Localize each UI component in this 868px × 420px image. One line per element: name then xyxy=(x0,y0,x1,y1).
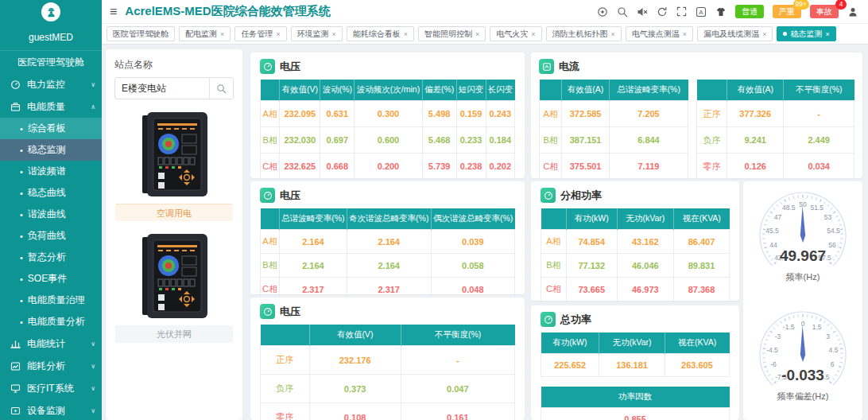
table-row: C相375.5017.119 xyxy=(540,154,688,180)
font-size-icon[interactable]: A xyxy=(696,6,707,18)
tab-close-icon[interactable]: × xyxy=(404,30,408,38)
table-cell: 0.238 xyxy=(456,154,486,180)
table-cell: 387.151 xyxy=(562,127,610,154)
tab-4[interactable]: 环境监测× xyxy=(291,26,343,41)
column-header xyxy=(540,80,562,101)
sidebar-subitem-label: 谐波频谱 xyxy=(28,165,66,178)
alarm-badge-accident[interactable]: 事故4 xyxy=(810,5,839,18)
alarm-badge-normal[interactable]: 普通 xyxy=(735,5,764,18)
sidebar-item-能耗分析[interactable]: 能耗分析∨ xyxy=(0,355,102,377)
sidebar-subitem-电能质量治理[interactable]: •电能质量治理 xyxy=(0,290,102,311)
sidebar-subitem-负荷曲线[interactable]: •负荷曲线 xyxy=(0,225,102,247)
phase-power-panel-title: 分相功率 xyxy=(560,189,602,203)
sidebar-item-医疗IT系统[interactable]: 医疗IT系统∨ xyxy=(0,377,102,399)
menu-toggle-icon[interactable]: ≡ xyxy=(110,6,117,18)
table-cell: 5.739 xyxy=(422,154,456,180)
tab-10[interactable]: 漏电及线缆测温× xyxy=(697,26,773,41)
tab-11[interactable]: 稳态监测× xyxy=(777,26,835,41)
tab-close-icon[interactable]: × xyxy=(475,30,479,38)
tab-close-icon[interactable]: × xyxy=(276,30,280,38)
mute-icon[interactable] xyxy=(637,6,648,18)
voltage-sequence-card-icon xyxy=(260,304,275,319)
target-icon[interactable] xyxy=(597,6,608,18)
table-cell: - xyxy=(401,346,514,375)
sidebar-subitem-稳态监测[interactable]: •稳态监测 xyxy=(0,139,102,161)
tab-close-icon[interactable]: × xyxy=(531,30,535,38)
sidebar-item-电力监控[interactable]: 电力监控∨ xyxy=(0,73,102,95)
table-row: B相232.0300.6970.6005.4680.2330.184 xyxy=(261,127,515,154)
sidebar-item-电能质量[interactable]: 电能质量∧ xyxy=(0,95,102,118)
tab-2[interactable]: 配电监测× xyxy=(179,26,231,41)
refresh-icon[interactable] xyxy=(657,6,668,18)
tab-6[interactable]: 智能照明控制× xyxy=(418,26,486,41)
tab-close-icon[interactable]: × xyxy=(825,30,829,38)
row-label: 正序 xyxy=(261,346,310,375)
alarm-badge-severe[interactable]: 严重99+ xyxy=(773,5,801,18)
table-row: 零序0.1080.161 xyxy=(261,403,515,420)
table-cell: 0.243 xyxy=(486,101,515,127)
table-cell: 0.159 xyxy=(456,101,486,127)
column-header: 波动频次(次/min) xyxy=(355,80,422,101)
voltage-harmonic-card-icon xyxy=(260,188,275,203)
station-panel: 站点名称 空调用电光伏并网 xyxy=(106,49,242,420)
svg-text:-1.5: -1.5 xyxy=(783,323,795,331)
row-label: C相 xyxy=(540,154,562,180)
sidebar-subitem-label: 综合看板 xyxy=(28,122,66,135)
fullscreen-icon[interactable] xyxy=(676,6,687,17)
tab-1[interactable]: 医院管理驾驶舱 xyxy=(107,26,175,41)
sidebar-subitem-谐波曲线[interactable]: •谐波曲线 xyxy=(0,204,102,225)
sidebar-username: guestMED xyxy=(0,24,102,51)
phase-power-card-icon xyxy=(541,188,556,203)
active-tab-dot xyxy=(783,32,787,36)
user-icon[interactable] xyxy=(847,6,858,18)
sidebar-item-设备监测[interactable]: 设备监测∨ xyxy=(0,399,102,420)
column-header: 有效值(A) xyxy=(727,80,784,101)
device-image[interactable] xyxy=(136,232,212,321)
theme-icon[interactable] xyxy=(715,6,727,18)
table-row: B相2.1642.1640.058 xyxy=(261,254,515,278)
sidebar-subitem-SOE事件[interactable]: •SOE事件 xyxy=(0,268,102,290)
tab-close-icon[interactable]: × xyxy=(683,30,687,38)
sidebar-item-医院管理驾驶舱[interactable]: 医院管理驾驶舱 xyxy=(0,51,102,73)
tab-7[interactable]: 电气火灾× xyxy=(490,26,541,41)
tab-3[interactable]: 任务管理× xyxy=(234,26,286,41)
total-power-panel: 总功率 有功(kW)无功(kVar)视在(KVA)225.652136.1812… xyxy=(531,305,739,420)
table-cell: 232.095 xyxy=(280,101,320,127)
device-caption[interactable]: 光伏并网 xyxy=(115,325,233,343)
tab-close-icon[interactable]: × xyxy=(611,30,615,38)
tab-close-icon[interactable]: × xyxy=(332,30,336,38)
sidebar-item-电能统计[interactable]: 电能统计∨ xyxy=(0,332,102,355)
phase-power-table: 有功(kW)无功(kVar)视在(KVA)A相74.85443.16286.40… xyxy=(541,208,730,301)
sidebar-subitem-综合看板[interactable]: •综合看板 xyxy=(0,118,102,139)
tab-close-icon[interactable]: × xyxy=(762,30,766,38)
sidebar-subitem-暂态分析[interactable]: •暂态分析 xyxy=(0,247,102,268)
station-search-button[interactable] xyxy=(209,78,233,99)
table-cell: 87.368 xyxy=(674,278,730,301)
search-icon[interactable] xyxy=(617,6,628,18)
row-label: A相 xyxy=(541,230,567,254)
bullet-icon: • xyxy=(20,210,23,220)
sidebar-subitem-稳态曲线[interactable]: •稳态曲线 xyxy=(0,182,102,204)
column-header: 不平衡度(%) xyxy=(784,80,854,101)
tab-label: 消防主机拓扑图 xyxy=(552,29,608,40)
sidebar-subitem-label: SOE事件 xyxy=(28,272,67,286)
svg-text:-4.5: -4.5 xyxy=(766,346,778,354)
app-window: ≡ AcrelEMS-MED医院综合能效管理系统 A 普通 严重99+ 事故4 … xyxy=(0,0,868,420)
tab-label: 任务管理 xyxy=(241,29,273,40)
tab-5[interactable]: 能耗综合看板× xyxy=(347,26,414,41)
device-caption[interactable]: 空调用电 xyxy=(115,204,233,221)
tab-8[interactable]: 消防主机拓扑图× xyxy=(546,26,622,41)
table-row: 225.652136.181263.605 xyxy=(541,354,730,377)
sidebar-subitem-谐波频谱[interactable]: •谐波频谱 xyxy=(0,161,102,182)
column-header: 无功(kVar) xyxy=(599,332,665,354)
row-label: B相 xyxy=(261,127,280,154)
station-search-input[interactable] xyxy=(115,83,209,94)
tab-9[interactable]: 电气接点测温× xyxy=(626,26,693,41)
row-label: C相 xyxy=(541,278,567,301)
device-image[interactable] xyxy=(136,111,212,200)
chevron-down-icon: ∨ xyxy=(91,363,95,370)
table-cell: 377.326 xyxy=(727,101,784,127)
sidebar-subitem-电能质量分析[interactable]: •电能质量分析 xyxy=(0,311,102,332)
tab-label: 智能照明控制 xyxy=(424,29,472,40)
tab-close-icon[interactable]: × xyxy=(220,30,224,38)
